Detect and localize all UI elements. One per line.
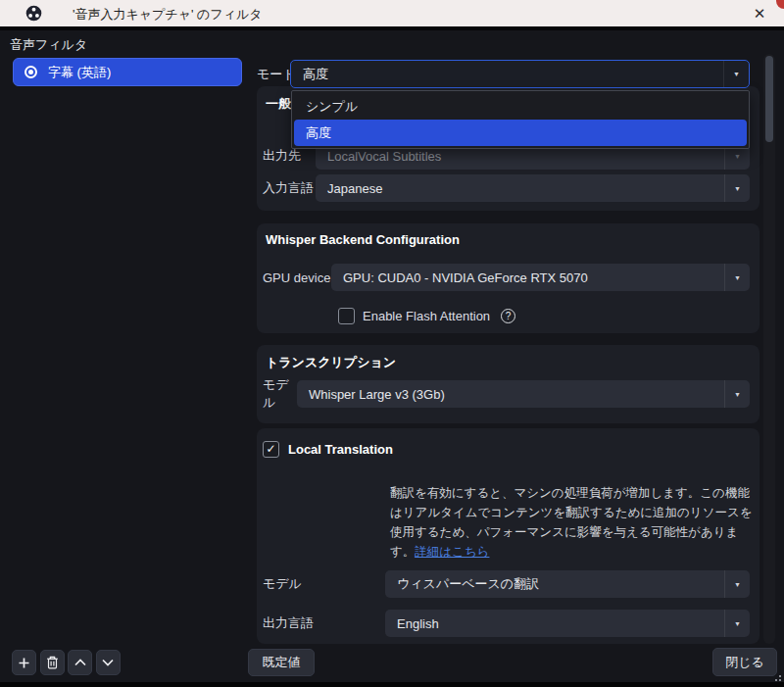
window-bottom-edge — [0, 682, 784, 687]
model-label: モデル — [263, 376, 297, 412]
chevron-down-icon: ▼ — [724, 570, 750, 598]
mode-dropdown-list: シンプル 高度 — [291, 90, 750, 149]
chevron-down-icon: ▼ — [724, 174, 750, 202]
chevron-up-icon — [74, 659, 86, 666]
remove-filter-button[interactable] — [40, 650, 65, 675]
chevron-down-icon: ▼ — [724, 380, 750, 408]
transcription-title: トランスクリプション — [266, 354, 396, 371]
window-title: '音声入力キャプチャ' のフィルタ — [73, 6, 263, 24]
local-translation-group: ✓ Local Translation 翻訳を有効にすると、マシンの処理負荷が増… — [257, 428, 760, 644]
move-filter-down-button[interactable] — [96, 650, 121, 675]
add-filter-button[interactable] — [12, 650, 36, 675]
move-filter-up-button[interactable] — [68, 650, 92, 675]
chevron-down-icon: ▼ — [724, 610, 750, 637]
close-icon: ✕ — [754, 5, 766, 23]
properties-scrollbar-track[interactable] — [763, 54, 775, 644]
titlebar: '音声入力キャプチャ' のフィルタ ✕ — [0, 0, 784, 26]
details-link[interactable]: 詳細はこちら — [415, 545, 489, 559]
output-language-select[interactable]: English ▼ — [385, 610, 750, 637]
defaults-button[interactable]: 既定値 — [248, 649, 315, 676]
translation-model-label: モデル — [263, 575, 385, 593]
transcription-model-select-value: Whisper Large v3 (3Gb) — [297, 380, 724, 408]
close-window-button[interactable]: ✕ — [749, 3, 770, 25]
close-button[interactable]: 閉じる — [712, 648, 777, 676]
properties-scrollbar-thumb[interactable] — [765, 56, 773, 142]
audio-filters-heading: 音声フィルタ — [10, 36, 87, 54]
check-icon: ✓ — [266, 442, 275, 456]
output-language-select-value: English — [385, 610, 724, 637]
whisper-backend-group: Whisper Backend Configuration GPU device… — [257, 223, 760, 333]
output-language-label: 出力言語 — [263, 614, 385, 632]
visibility-eye-icon[interactable] — [24, 66, 37, 78]
general-group-title: 一般 — [266, 95, 291, 113]
local-translation-title: Local Translation — [288, 442, 393, 457]
filter-list-item-subtitles[interactable]: 字幕 (英語) — [13, 58, 242, 86]
filter-list-toolbar — [12, 650, 121, 675]
mode-select[interactable]: 高度 ▼ — [290, 60, 750, 88]
chevron-down-icon — [102, 659, 114, 666]
mode-option-simple[interactable]: シンプル — [294, 93, 747, 120]
whisper-backend-title: Whisper Backend Configuration — [266, 232, 460, 247]
input-language-label: 入力言語 — [263, 179, 316, 197]
plus-icon — [18, 657, 30, 669]
background-accent — [776, 0, 784, 9]
input-language-select[interactable]: Japanese ▼ — [316, 174, 750, 202]
translation-model-select-value: ウィスパーベースの翻訳 — [385, 570, 724, 598]
help-icon[interactable]: ? — [501, 309, 515, 323]
flash-attention-checkbox[interactable] — [338, 308, 355, 324]
chevron-down-icon: ▼ — [724, 264, 750, 291]
gpu-device-select[interactable]: GPU: CUDA0 - NVIDIA GeForce RTX 5070 ▼ — [331, 264, 750, 291]
transcription-group: トランスクリプション モデル Whisper Large v3 (3Gb) ▼ — [257, 345, 760, 423]
resize-grip[interactable] — [771, 671, 781, 681]
transcription-model-select[interactable]: Whisper Large v3 (3Gb) ▼ — [297, 380, 750, 408]
trash-icon — [46, 656, 59, 669]
output-label: 出力先 — [263, 147, 316, 165]
obs-logo-icon — [25, 5, 42, 22]
titlebar-divider — [0, 26, 784, 30]
mode-option-advanced[interactable]: 高度 — [294, 120, 747, 146]
flash-attention-label: Enable Flash Attention — [363, 309, 490, 323]
translation-model-select[interactable]: ウィスパーベースの翻訳 ▼ — [385, 570, 750, 598]
gpu-device-select-value: GPU: CUDA0 - NVIDIA GeForce RTX 5070 — [331, 264, 724, 291]
input-language-select-value: Japanese — [316, 174, 724, 202]
gpu-device-label: GPU device — [263, 270, 331, 285]
mode-select-value: 高度 — [291, 61, 723, 87]
translation-description: 翻訳を有効にすると、マシンの処理負荷が増加します。この機能はリアルタイムでコンテ… — [390, 483, 757, 562]
filter-item-label: 字幕 (英語) — [48, 64, 111, 81]
chevron-down-icon: ▼ — [723, 61, 749, 87]
local-translation-checkbox[interactable]: ✓ — [263, 441, 279, 458]
